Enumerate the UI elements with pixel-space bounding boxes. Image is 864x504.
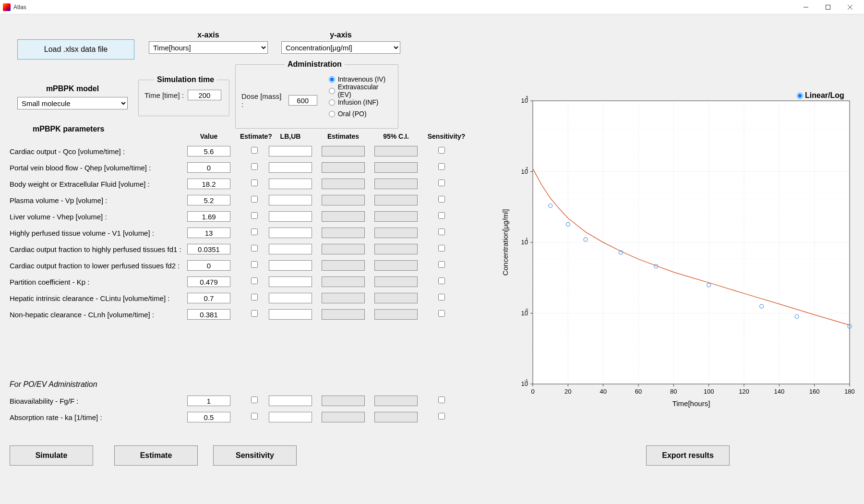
param-value-input[interactable]: [187, 293, 230, 303]
param-estimate-checkbox[interactable]: [251, 196, 258, 203]
param-ci-output: [374, 412, 418, 422]
param-sensitivity-checkbox[interactable]: [438, 245, 445, 252]
param-estimate-checkbox[interactable]: [251, 277, 258, 284]
param-estimate-checkbox[interactable]: [251, 413, 258, 420]
param-value-input[interactable]: [187, 309, 230, 320]
param-estimate-checkbox[interactable]: [251, 396, 258, 403]
export-button[interactable]: Export results: [646, 445, 730, 466]
param-value-input[interactable]: [187, 211, 230, 222]
sensitivity-button[interactable]: Sensitivity: [213, 445, 297, 466]
param-row: Highly perfused tissue volume - V1 [volu…: [10, 225, 480, 241]
param-estimate-checkbox[interactable]: [251, 245, 258, 252]
minimize-button[interactable]: [795, 0, 817, 14]
load-file-button[interactable]: Load .xlsx data file: [17, 39, 134, 60]
param-estimate-checkbox[interactable]: [251, 228, 258, 235]
param-lbub-input[interactable]: [269, 293, 312, 303]
param-value-input[interactable]: [187, 228, 230, 238]
param-lbub-input[interactable]: [269, 276, 312, 287]
svg-text:100: 100: [704, 388, 714, 395]
param-lbub-input[interactable]: [269, 146, 312, 156]
y-axis-header: y-axis: [281, 31, 400, 39]
simtime-group: Simulation time Time [time] :: [138, 80, 229, 116]
simulate-button[interactable]: Simulate: [10, 445, 93, 466]
chart: 02040608010012014016018010-1100101102103…: [499, 96, 854, 413]
param-row: Portal vein blood flow - Qhep [volume/ti…: [10, 159, 480, 176]
param-sensitivity-checkbox[interactable]: [438, 396, 445, 403]
param-ci-output: [374, 293, 418, 303]
param-row: Liver volume - Vhep [volume] :: [10, 208, 480, 225]
simtime-input[interactable]: [188, 90, 221, 100]
param-row: Cardiac output fraction to highly perfus…: [10, 241, 480, 257]
param-value-input[interactable]: [187, 260, 230, 271]
param-lbub-input[interactable]: [269, 211, 312, 222]
param-ci-output: [374, 162, 418, 173]
param-lbub-input[interactable]: [269, 179, 312, 189]
admin-title: Administration: [285, 60, 345, 69]
param-estimate-checkbox[interactable]: [251, 163, 258, 170]
titlebar: Atlas: [0, 0, 864, 14]
param-sensitivity-checkbox[interactable]: [438, 163, 445, 170]
param-value-input[interactable]: [187, 162, 230, 173]
param-value-input[interactable]: [187, 396, 230, 406]
param-lbub-input[interactable]: [269, 396, 312, 406]
param-estimates-output: [322, 211, 365, 222]
param-estimate-checkbox[interactable]: [251, 294, 258, 300]
param-lbub-input[interactable]: [269, 244, 312, 254]
param-estimate-checkbox[interactable]: [251, 147, 258, 154]
svg-text:0: 0: [531, 388, 534, 395]
param-lbub-input[interactable]: [269, 412, 312, 422]
param-ci-output: [374, 195, 418, 205]
param-row: Cardiac output - Qco [volume/time] :: [10, 143, 480, 159]
svg-text:60: 60: [635, 388, 642, 395]
param-estimate-checkbox[interactable]: [251, 180, 258, 186]
param-sensitivity-checkbox[interactable]: [438, 196, 445, 203]
param-sensitivity-checkbox[interactable]: [438, 294, 445, 300]
dose-input[interactable]: [288, 95, 317, 106]
col-value: Value: [187, 132, 230, 140]
param-estimates-output: [322, 412, 365, 422]
svg-text:20: 20: [564, 388, 571, 395]
param-row: Cardiac output fraction to lower perfuse…: [10, 257, 480, 274]
param-estimates-output: [322, 276, 365, 287]
param-ci-output: [374, 179, 418, 189]
param-row: Non-hepatic clearance - CLnh [volume/tim…: [10, 306, 480, 323]
svg-text:40: 40: [600, 388, 606, 395]
param-lbub-input[interactable]: [269, 162, 312, 173]
y-axis-select[interactable]: Concentration[µg/ml]: [281, 41, 400, 54]
param-sensitivity-checkbox[interactable]: [438, 261, 445, 268]
param-value-input[interactable]: [187, 244, 230, 254]
close-button[interactable]: [839, 0, 861, 14]
param-value-input[interactable]: [187, 195, 230, 205]
param-lbub-input[interactable]: [269, 260, 312, 271]
param-sensitivity-checkbox[interactable]: [438, 310, 445, 317]
svg-text:120: 120: [739, 388, 749, 395]
param-sensitivity-checkbox[interactable]: [438, 147, 445, 154]
param-estimate-checkbox[interactable]: [251, 310, 258, 317]
x-axis-select[interactable]: Time[hours]: [149, 41, 268, 54]
param-value-input[interactable]: [187, 412, 230, 422]
param-sensitivity-checkbox[interactable]: [438, 413, 445, 420]
param-sensitivity-checkbox[interactable]: [438, 212, 445, 219]
param-lbub-input[interactable]: [269, 228, 312, 238]
param-estimate-checkbox[interactable]: [251, 212, 258, 219]
param-value-input[interactable]: [187, 276, 230, 287]
param-sensitivity-checkbox[interactable]: [438, 277, 445, 284]
svg-text:Time[hours]: Time[hours]: [672, 399, 710, 408]
model-select[interactable]: Small molecule: [17, 97, 128, 109]
estimate-button[interactable]: Estimate: [114, 445, 198, 466]
param-sensitivity-checkbox[interactable]: [438, 180, 445, 186]
param-value-input[interactable]: [187, 146, 230, 156]
admin-radio-po[interactable]: Oral (PO): [329, 108, 392, 120]
param-lbub-input[interactable]: [269, 309, 312, 320]
maximize-button[interactable]: [817, 0, 839, 14]
param-estimate-checkbox[interactable]: [251, 261, 258, 268]
param-ci-output: [374, 260, 418, 271]
dose-label: Dose [mass] :: [241, 92, 284, 108]
admin-radio-ev[interactable]: Extravascular (EV): [329, 85, 392, 96]
col-ci95: 95% C.I.: [374, 132, 418, 140]
param-value-input[interactable]: [187, 179, 230, 189]
param-lbub-input[interactable]: [269, 195, 312, 205]
param-sensitivity-checkbox[interactable]: [438, 228, 445, 235]
param-estimates-output: [322, 244, 365, 254]
param-label: Highly perfused tissue volume - V1 [volu…: [10, 229, 187, 237]
